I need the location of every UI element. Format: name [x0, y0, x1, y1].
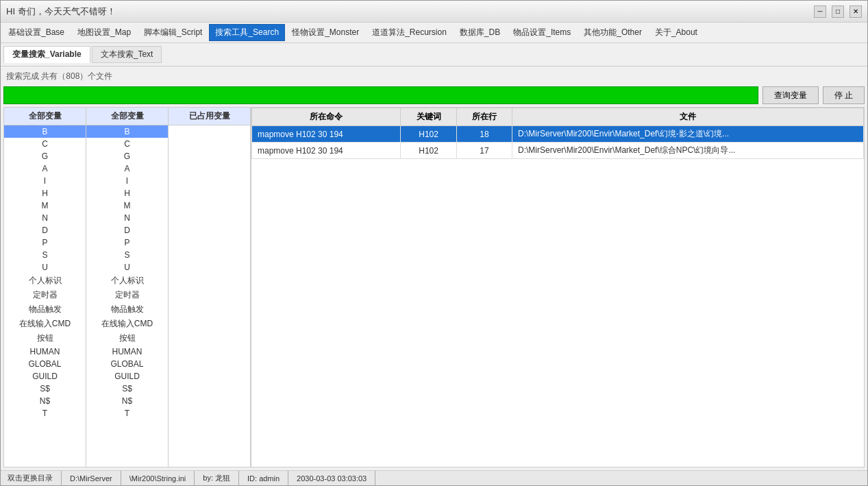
status-datetime: 2030-03-03 03:03:03 — [288, 471, 375, 486]
col1-item-human[interactable]: HUMAN — [4, 345, 86, 358]
col2-item-n[interactable]: N — [86, 212, 168, 224]
col1-item-p[interactable]: P — [4, 236, 86, 249]
status-path2: \Mir200\String.ini — [121, 471, 195, 486]
col2-item-guild[interactable]: GUILD — [86, 370, 168, 382]
col1-item-button[interactable]: 按钮 — [4, 331, 86, 345]
menu-items[interactable]: 物品设置_Items — [507, 24, 577, 41]
col2-item-m[interactable]: M — [86, 199, 168, 212]
table-row[interactable]: mapmove H102 30 194 H102 18 D:\MirServer… — [252, 126, 864, 143]
cell-keyword: H102 — [401, 143, 456, 159]
table-row[interactable]: mapmove H102 30 194 H102 17 D:\MirServer… — [252, 143, 864, 159]
search-bar: 查询变量 停 止 — [3, 86, 865, 104]
status-path1: D:\MirServer — [62, 471, 121, 486]
col-cmd: 所在命令 — [252, 108, 401, 126]
col2-item-a[interactable]: A — [86, 162, 168, 175]
result-table-wrapper: 所在命令 关键词 所在行 文件 mapmove H102 30 194 H102… — [251, 108, 864, 467]
col2-item-n$[interactable]: N$ — [86, 395, 168, 407]
cell-file: D:\MirServer\Mir200\Envir\Market_Def\综合N… — [512, 143, 864, 159]
col2-item-h[interactable]: H — [86, 187, 168, 199]
col1-item-t[interactable]: T — [4, 407, 86, 420]
tab-variable[interactable]: 变量搜索_Variable — [3, 46, 90, 63]
col2-item-c[interactable]: C — [86, 138, 168, 150]
col1-item-u[interactable]: U — [4, 261, 86, 274]
menu-map[interactable]: 地图设置_Map — [71, 24, 137, 41]
all-variable-col2: 全部变量 B C G A I H M N D P S U 个人标识 定时器 物品… — [86, 108, 169, 467]
window-title: HI 奇们，今天天气不错呀！ — [6, 5, 116, 18]
status-by: by: 龙狙 — [195, 471, 239, 486]
cell-cmd: mapmove H102 30 194 — [252, 126, 401, 143]
col1-item-timer[interactable]: 定时器 — [4, 288, 86, 302]
right-panel: 所在命令 关键词 所在行 文件 mapmove H102 30 194 H102… — [251, 108, 864, 467]
col2-item-timer[interactable]: 定时器 — [86, 288, 168, 302]
col2-item-item-trigger[interactable]: 物品触发 — [86, 302, 168, 317]
col1-item-c[interactable]: C — [4, 138, 86, 150]
col2-item-t[interactable]: T — [86, 407, 168, 420]
cell-file: D:\MirServer\Mir200\Envir\Market_Def\幻境-… — [512, 126, 864, 143]
col1-item-h[interactable]: H — [4, 187, 86, 199]
stop-button[interactable]: 停 止 — [823, 86, 865, 104]
menu-bar: 基础设置_Base 地图设置_Map 脚本编辑_Script 搜索工具_Sear… — [1, 23, 867, 43]
col2-item-human[interactable]: HUMAN — [86, 345, 168, 358]
col2-item-personal[interactable]: 个人标识 — [86, 274, 168, 288]
minimize-button[interactable]: ─ — [814, 5, 826, 18]
col1-item-i[interactable]: I — [4, 175, 86, 187]
title-bar: HI 奇们，今天天气不错呀！ ─ □ ✕ — [1, 1, 867, 23]
cell-line: 17 — [456, 143, 512, 159]
col1-item-s[interactable]: S — [4, 249, 86, 261]
col2-item-s$[interactable]: S$ — [86, 382, 168, 395]
close-button[interactable]: ✕ — [850, 5, 862, 18]
col1-item-online-cmd[interactable]: 在线输入CMD — [4, 317, 86, 331]
status-double-click[interactable]: 双击更换目录 — [5, 471, 62, 486]
col2-item-i[interactable]: I — [86, 175, 168, 187]
col2-item-p[interactable]: P — [86, 236, 168, 249]
cell-line: 18 — [456, 126, 512, 143]
maximize-button[interactable]: □ — [832, 5, 844, 18]
all-variable-col1: 全部变量 B C G A I H M N D P S U 个人标识 定时器 物品… — [4, 108, 86, 467]
col1-item-personal[interactable]: 个人标识 — [4, 274, 86, 288]
result-table: 所在命令 关键词 所在行 文件 mapmove H102 30 194 H102… — [251, 108, 864, 159]
col2-item-g[interactable]: G — [86, 150, 168, 162]
query-button[interactable]: 查询变量 — [762, 86, 819, 104]
menu-search[interactable]: 搜索工具_Search — [209, 24, 285, 41]
col1-item-n$[interactable]: N$ — [4, 395, 86, 407]
search-input[interactable] — [3, 86, 758, 104]
col1-item-m[interactable]: M — [4, 199, 86, 212]
col1-item-guild[interactable]: GUILD — [4, 370, 86, 382]
status-id: ID: admin — [239, 471, 288, 486]
col2-header: 全部变量 — [86, 108, 168, 125]
col2-item-s[interactable]: S — [86, 249, 168, 261]
col2-item-online-cmd[interactable]: 在线输入CMD — [86, 317, 168, 331]
menu-about[interactable]: 关于_About — [649, 24, 704, 41]
col1-item-d[interactable]: D — [4, 224, 86, 236]
tab-text[interactable]: 文本搜索_Text — [92, 46, 162, 63]
search-info: 搜索完成 共有（808）个文件 — [3, 69, 865, 84]
col1-item-n[interactable]: N — [4, 212, 86, 224]
menu-monster[interactable]: 怪物设置_Monster — [286, 24, 365, 41]
col2-item-d[interactable]: D — [86, 224, 168, 236]
col2-item-u[interactable]: U — [86, 261, 168, 274]
menu-base[interactable]: 基础设置_Base — [2, 24, 71, 41]
content-area: 搜索完成 共有（808）个文件 查询变量 停 止 全部变量 B C G A I … — [1, 66, 867, 470]
col2-item-button[interactable]: 按钮 — [86, 331, 168, 345]
col1-item-b[interactable]: B — [4, 125, 86, 138]
menu-other[interactable]: 其他功能_Other — [578, 24, 648, 41]
cell-cmd: mapmove H102 30 194 — [252, 143, 401, 159]
col1-item-g[interactable]: G — [4, 150, 86, 162]
col1-item-item-trigger[interactable]: 物品触发 — [4, 302, 86, 317]
col-file: 文件 — [512, 108, 864, 126]
col-keyword: 关键词 — [401, 108, 456, 126]
status-bar: 双击更换目录 D:\MirServer \Mir200\String.ini b… — [1, 470, 867, 485]
main-window: HI 奇们，今天天气不错呀！ ─ □ ✕ 基础设置_Base 地图设置_Map … — [0, 0, 868, 486]
menu-db[interactable]: 数据库_DB — [454, 24, 506, 41]
menu-recursion[interactable]: 道道算法_Recursion — [366, 24, 453, 41]
cell-keyword: H102 — [401, 126, 456, 143]
main-area: 全部变量 B C G A I H M N D P S U 个人标识 定时器 物品… — [3, 107, 865, 467]
col1-item-a[interactable]: A — [4, 162, 86, 175]
col1-item-global[interactable]: GLOBAL — [4, 358, 86, 370]
col1-item-s$[interactable]: S$ — [4, 382, 86, 395]
menu-script[interactable]: 脚本编辑_Script — [138, 24, 208, 41]
col2-item-global[interactable]: GLOBAL — [86, 358, 168, 370]
col2-item-b[interactable]: B — [86, 125, 168, 138]
left-panel: 全部变量 B C G A I H M N D P S U 个人标识 定时器 物品… — [4, 108, 251, 467]
used-variable-col3: 已占用变量 — [169, 108, 251, 467]
